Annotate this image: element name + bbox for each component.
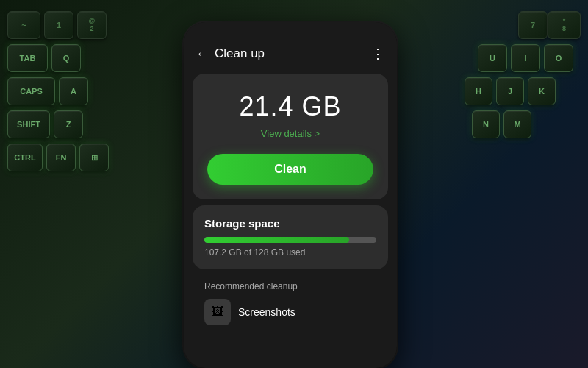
phone-screen: ← Clean up ⋮ 21.4 GB View details > Clea…	[184, 22, 397, 368]
key-win[interactable]: ⊞	[79, 144, 109, 171]
app-header: ← Clean up ⋮	[184, 40, 397, 68]
storage-used-text: 107.2 GB of 128 GB used	[204, 247, 376, 258]
storage-bar-background	[204, 237, 376, 243]
key-ri[interactable]: I	[511, 44, 540, 72]
key-tilde[interactable]: ~	[7, 11, 40, 39]
status-bar	[184, 22, 397, 40]
key-z[interactable]: Z	[54, 110, 83, 138]
phone: ← Clean up ⋮ 21.4 GB View details > Clea…	[184, 22, 397, 368]
key-r7[interactable]: 7	[518, 11, 548, 39]
key-a[interactable]: A	[59, 77, 88, 105]
screenshots-icon: 🖼	[204, 299, 231, 325]
main-card: 21.4 GB View details > Clean	[193, 74, 388, 199]
key-q[interactable]: Q	[51, 44, 81, 72]
key-rm[interactable]: M	[503, 110, 531, 138]
key-ro[interactable]: O	[544, 44, 573, 72]
key-tab[interactable]: TAB	[7, 44, 48, 72]
recommended-section: Recommended cleanup 🖼 Screenshots	[193, 272, 388, 334]
app-title: Clean up	[215, 46, 265, 61]
key-rk[interactable]: K	[528, 77, 556, 105]
key-ctrl[interactable]: CTRL	[7, 144, 43, 171]
key-ru[interactable]: U	[478, 44, 507, 72]
key-caps[interactable]: CAPS	[7, 77, 55, 105]
key-shift[interactable]: SHIFT	[7, 110, 50, 138]
recommended-title: Recommended cleanup	[204, 281, 376, 291]
key-1[interactable]: 1	[44, 11, 74, 39]
key-rn[interactable]: N	[472, 110, 500, 138]
more-options-button[interactable]: ⋮	[371, 46, 385, 62]
storage-section: Storage space 107.2 GB of 128 GB used	[193, 205, 388, 269]
key-rh[interactable]: H	[465, 77, 492, 105]
list-item[interactable]: 🖼 Screenshots	[204, 299, 376, 325]
key-r8[interactable]: *8	[548, 11, 581, 39]
screenshots-label: Screenshots	[238, 306, 295, 318]
header-left: ← Clean up	[196, 46, 265, 62]
key-fn[interactable]: FN	[46, 144, 76, 171]
storage-section-title: Storage space	[204, 217, 376, 230]
storage-size-display: 21.4 GB	[207, 91, 373, 122]
storage-bar-fill	[204, 237, 349, 243]
keyboard-right: 7 *8 U I O H J K N M	[470, 0, 588, 368]
keyboard-left: ~ 1 @2 TAB Q CAPS A SHIFT Z CTRL FN ⊞	[0, 0, 162, 368]
clean-button[interactable]: Clean	[207, 154, 373, 185]
view-details-link[interactable]: View details >	[207, 128, 373, 139]
back-button[interactable]: ←	[196, 46, 209, 62]
key-rj[interactable]: J	[496, 77, 524, 105]
key-2[interactable]: @2	[77, 11, 107, 39]
